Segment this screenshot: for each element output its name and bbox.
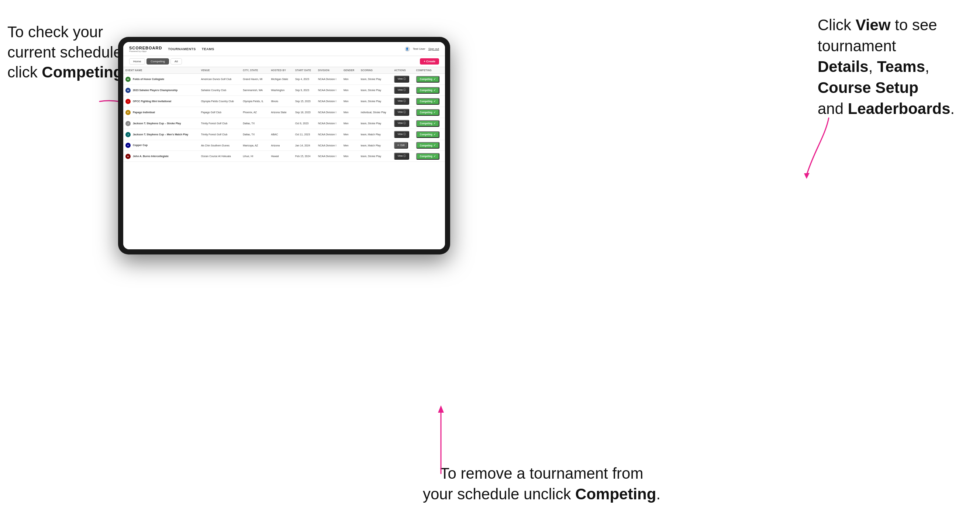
tablet: SCOREBOARD Powered by clippi TOURNAMENTS…	[118, 37, 450, 254]
cell-division: NCAA Division I	[316, 107, 341, 118]
cell-event-name: J Jackson T. Stephens Cup – Men's Match …	[123, 129, 199, 140]
cell-start-date: Sep 15, 2023	[293, 96, 316, 107]
nav-teams[interactable]: TEAMS	[202, 47, 215, 51]
view-button[interactable]: View ⓘ	[394, 87, 409, 94]
nav-tournaments[interactable]: TOURNAMENTS	[168, 47, 196, 51]
cell-start-date: Sep 18, 2023	[293, 107, 316, 118]
nav-right: 👤 Test User Sign out	[405, 46, 439, 52]
col-division: DIVISION	[316, 67, 341, 74]
col-start-date: START DATE	[293, 67, 316, 74]
tab-competing[interactable]: Competing	[146, 58, 169, 65]
cell-city: Maricopa, AZ	[240, 140, 269, 151]
cell-division: NCAA Division I	[316, 129, 341, 140]
cell-scoring: team, Match Play	[359, 140, 392, 151]
filter-bar: Home Competing All + Create	[123, 56, 445, 67]
cell-competing: Competing	[414, 107, 445, 118]
team-logo: W	[126, 88, 130, 93]
cell-actions: ✏ Edit	[392, 140, 414, 151]
col-gender: GENDER	[341, 67, 359, 74]
cell-actions: View ⓘ	[392, 85, 414, 96]
filter-tabs: Home Competing All	[129, 58, 182, 65]
cell-actions: View ⓘ	[392, 129, 414, 140]
col-venue: VENUE	[199, 67, 241, 74]
cell-division: NCAA Division I	[316, 118, 341, 129]
competing-button[interactable]: Competing	[416, 120, 439, 127]
cell-scoring: team, Stroke Play	[359, 96, 392, 107]
event-name-text: OFCC Fighting Illini Invitational	[133, 100, 171, 102]
cell-actions: View ⓘ	[392, 118, 414, 129]
cell-venue: American Dunes Golf Club	[199, 74, 241, 85]
cell-city: Phoenix, AZ	[240, 107, 269, 118]
competing-button[interactable]: Competing	[416, 76, 439, 83]
cell-start-date: Sep 9, 2023	[293, 85, 316, 96]
cell-hosted: Arizona	[269, 140, 293, 151]
cell-event-name: P Papago Individual	[123, 107, 199, 118]
tab-home[interactable]: Home	[129, 58, 145, 65]
tournaments-table: EVENT NAME VENUE CITY, STATE HOSTED BY S…	[123, 67, 445, 249]
cell-actions: View ⓘ	[392, 74, 414, 85]
view-button[interactable]: View ⓘ	[394, 109, 409, 116]
competing-button[interactable]: Competing	[416, 153, 439, 160]
table-row: I OFCC Fighting Illini Invitational Olym…	[123, 96, 445, 107]
view-button[interactable]: View ⓘ	[394, 120, 409, 127]
event-name-text: Jackson T. Stephens Cup – Stroke Play	[133, 122, 181, 124]
competing-button[interactable]: Competing	[416, 98, 439, 105]
cell-venue: Papago Golf Club	[199, 107, 241, 118]
cell-venue: Trinity Forest Golf Club	[199, 118, 241, 129]
team-logo: A	[126, 143, 130, 148]
cell-venue: Ak-Chin Southern Dunes	[199, 140, 241, 151]
nav-bar: SCOREBOARD Powered by clippi TOURNAMENTS…	[123, 42, 445, 56]
cell-gender: Men	[341, 151, 359, 162]
competing-button[interactable]: Competing	[416, 131, 439, 138]
cell-city: Lihue, HI	[240, 151, 269, 162]
cell-division: NCAA Division I	[316, 96, 341, 107]
col-event-name: EVENT NAME	[123, 67, 199, 74]
table-row: P Papago Individual Papago Golf Club Pho…	[123, 107, 445, 118]
cell-division: NCAA Division I	[316, 85, 341, 96]
team-logo: H	[126, 154, 130, 159]
cell-start-date: Oct 11, 2023	[293, 129, 316, 140]
table-row: A Copper Cup Ak-Chin Southern Dunes Mari…	[123, 140, 445, 151]
cell-event-name: J Jackson T. Stephens Cup – Stroke Play	[123, 118, 199, 129]
cell-hosted: Illinois	[269, 96, 293, 107]
annotation-bottom: To remove a tournament from your schedul…	[412, 463, 671, 505]
event-name-text: Jackson T. Stephens Cup – Men's Match Pl…	[133, 133, 188, 135]
cell-actions: View ⓘ	[392, 151, 414, 162]
team-logo: P	[126, 110, 130, 115]
cell-event-name: M Folds of Honor Collegiate	[123, 74, 199, 85]
view-button[interactable]: View ⓘ	[394, 76, 409, 83]
view-button[interactable]: View ⓘ	[394, 98, 409, 105]
event-name-text: Copper Cup	[133, 144, 148, 146]
cell-venue: Sahalee Country Club	[199, 85, 241, 96]
team-logo: M	[126, 77, 130, 82]
cell-scoring: team, Match Play	[359, 129, 392, 140]
sign-out-link[interactable]: Sign out	[428, 47, 439, 51]
edit-button[interactable]: ✏ Edit	[394, 142, 408, 149]
table-row: J Jackson T. Stephens Cup – Men's Match …	[123, 129, 445, 140]
tab-all[interactable]: All	[170, 58, 182, 65]
cell-hosted: Arizona State	[269, 107, 293, 118]
cell-event-name: H John A. Burns Intercollegiate	[123, 151, 199, 162]
user-name: Test User	[413, 47, 425, 51]
col-city: CITY, STATE	[240, 67, 269, 74]
col-hosted: HOSTED BY	[269, 67, 293, 74]
cell-hosted: Hawaii	[269, 151, 293, 162]
cell-city: Dallas, TX	[240, 129, 269, 140]
view-button[interactable]: View ⓘ	[394, 153, 409, 160]
cell-start-date: Sep 4, 2023	[293, 74, 316, 85]
competing-button[interactable]: Competing	[416, 109, 439, 116]
cell-competing: Competing	[414, 151, 445, 162]
nav-links: TOURNAMENTS TEAMS	[168, 47, 404, 51]
create-button[interactable]: + Create	[420, 58, 439, 65]
cell-city: Olympia Fields, IL	[240, 96, 269, 107]
view-button[interactable]: View ⓘ	[394, 131, 409, 138]
competing-button[interactable]: Competing	[416, 87, 439, 94]
team-logo: J	[126, 132, 130, 137]
scoreboard-logo: SCOREBOARD Powered by clippi	[129, 46, 162, 52]
competing-button[interactable]: Competing	[416, 142, 439, 149]
cell-scoring: team, Stroke Play	[359, 118, 392, 129]
table-row: H John A. Burns Intercollegiate Ocean Co…	[123, 151, 445, 162]
cell-actions: View ⓘ	[392, 107, 414, 118]
cell-scoring: team, Stroke Play	[359, 151, 392, 162]
cell-division: NCAA Division I	[316, 151, 341, 162]
